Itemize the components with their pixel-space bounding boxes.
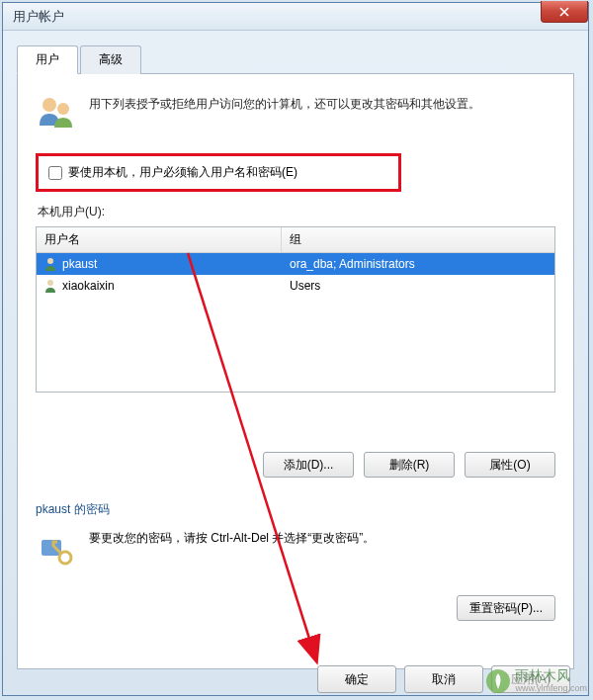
username-cell: xiaokaixin [62, 279, 282, 293]
window-title: 用户帐户 [13, 8, 64, 26]
svg-point-0 [42, 98, 56, 112]
table-row[interactable]: pkaust ora_dba; Administrators [37, 253, 554, 275]
group-cell: Users [282, 279, 554, 293]
key-icon [36, 530, 75, 569]
password-legend: pkaust 的密码 [36, 501, 555, 518]
svg-point-1 [57, 103, 69, 115]
user-buttons-row: 添加(D)... 删除(R) 属性(O) [36, 452, 555, 478]
require-password-label: 要使用本机，用户必须输入用户名和密码(E) [68, 164, 297, 181]
tab-advanced[interactable]: 高级 [80, 45, 141, 74]
column-header-group[interactable]: 组 [282, 231, 554, 248]
properties-button[interactable]: 属性(O) [465, 452, 555, 478]
table-row[interactable]: xiaokaixin Users [37, 275, 554, 297]
svg-point-3 [47, 280, 53, 286]
user-icon [42, 256, 58, 272]
titlebar: 用户帐户 [3, 3, 588, 31]
ok-button[interactable]: 确定 [317, 665, 396, 693]
users-group-icon [36, 92, 77, 133]
watermark: 雨林木风 www.ylmfeng.com [485, 668, 587, 694]
tab-content: 用下列表授予或拒绝用户访问您的计算机，还可以更改其密码和其他设置。 要使用本机，… [17, 74, 574, 669]
password-section: pkaust 的密码 要更改您的密码，请按 Ctrl-Alt-Del 并选择“更… [36, 501, 555, 621]
watermark-text: 雨林木风 www.ylmfeng.com [515, 668, 587, 693]
tab-users[interactable]: 用户 [17, 45, 78, 74]
password-info-text: 要更改您的密码，请按 Ctrl-Alt-Del 并选择“更改密码”。 [89, 530, 375, 569]
group-cell: ora_dba; Administrators [282, 257, 554, 271]
column-header-username[interactable]: 用户名 [37, 227, 282, 252]
add-button[interactable]: 添加(D)... [263, 452, 354, 478]
cancel-button[interactable]: 取消 [404, 665, 483, 693]
local-users-label: 本机用户(U): [38, 204, 555, 220]
intro-row: 用下列表授予或拒绝用户访问您的计算机，还可以更改其密码和其他设置。 [36, 92, 555, 133]
password-info-row: 要更改您的密码，请按 Ctrl-Alt-Del 并选择“更改密码”。 [36, 530, 555, 569]
close-icon [559, 7, 569, 17]
user-accounts-window: 用户帐户 用户 高级 用下列表授予或拒绝用户访问您的计算机，还可以更改其密码和其… [2, 2, 589, 696]
users-table: 用户名 组 pkaust ora_dba; Administrators xia… [36, 226, 555, 393]
reset-password-button[interactable]: 重置密码(P)... [457, 595, 555, 621]
close-button[interactable] [541, 1, 588, 23]
user-icon [42, 278, 58, 294]
tab-strip: 用户 高级 [17, 44, 574, 74]
reset-password-row: 重置密码(P)... [36, 595, 555, 621]
table-header: 用户名 组 [37, 227, 554, 253]
svg-point-2 [47, 258, 53, 264]
intro-text: 用下列表授予或拒绝用户访问您的计算机，还可以更改其密码和其他设置。 [89, 92, 480, 133]
require-password-checkbox-row[interactable]: 要使用本机，用户必须输入用户名和密码(E) [36, 153, 401, 192]
require-password-checkbox[interactable] [48, 166, 62, 180]
svg-rect-4 [42, 540, 61, 556]
username-cell: pkaust [62, 257, 282, 271]
watermark-logo-icon [485, 668, 511, 694]
delete-button[interactable]: 删除(R) [364, 452, 455, 478]
